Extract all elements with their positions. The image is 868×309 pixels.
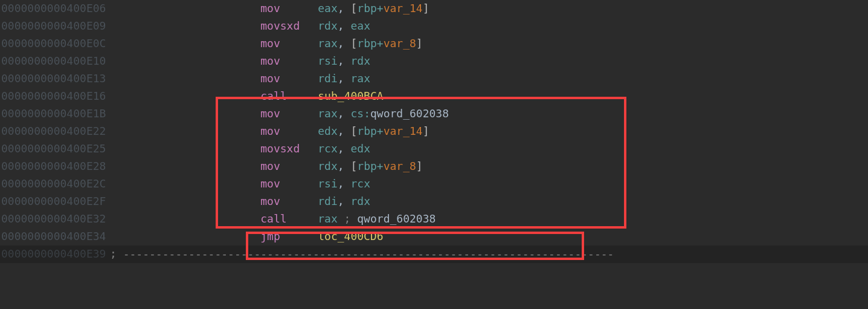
operand-token: var_8 [384, 35, 416, 53]
address: 0000000000400E34 [1, 228, 110, 246]
mnemonic: mov [260, 158, 318, 175]
operand-token: sub_400BCA [318, 88, 383, 105]
asm-line[interactable]: 0000000000400E2F movrdi, rdx [0, 193, 868, 210]
operand-token: qword_602038 [357, 210, 436, 228]
operand-token: , [338, 53, 351, 70]
operand-token: + [377, 158, 384, 175]
indent [110, 158, 260, 175]
mnemonic: mov [260, 105, 318, 123]
asm-line[interactable]: 0000000000400E16 callsub_400BCA [0, 88, 868, 105]
asm-line[interactable]: 0000000000400E0C movrax, [rbp+var_8] [0, 35, 868, 53]
mnemonic: mov [260, 53, 318, 70]
operand-token: rbp [357, 123, 377, 140]
asm-line[interactable]: 0000000000400E25 movsxdrcx, edx [0, 140, 868, 158]
address: 0000000000400E1B [1, 105, 110, 123]
address: 0000000000400E2C [1, 175, 110, 193]
mnemonic: movsxd [260, 140, 318, 158]
indent [110, 18, 260, 35]
address: 0000000000400E13 [1, 70, 110, 88]
asm-line[interactable]: 0000000000400E06 moveax, [rbp+var_14] [0, 0, 868, 18]
operand-token: rbp [357, 0, 377, 18]
address: 0000000000400E09 [1, 18, 110, 35]
indent [110, 210, 260, 228]
operand-token: , [338, 140, 351, 158]
asm-line[interactable]: 0000000000400E34 jmploc_400CD6 [0, 228, 868, 246]
operand-token: , [338, 35, 351, 53]
operand-token: edx [350, 140, 370, 158]
operand-token: rdx [350, 193, 370, 210]
mnemonic: mov [260, 175, 318, 193]
operand-token: rbp [357, 158, 377, 175]
operand-token: rsi [318, 53, 338, 70]
indent [110, 53, 260, 70]
mnemonic: call [260, 210, 318, 228]
asm-line[interactable]: 0000000000400E28 movrdx, [rbp+var_8] [0, 158, 868, 175]
operand-token: qword_602038 [370, 105, 449, 123]
operand-token: rax [318, 210, 338, 228]
disassembly-view[interactable]: 0000000000400E06 moveax, [rbp+var_14]000… [0, 0, 868, 263]
address: 0000000000400E32 [1, 210, 110, 228]
indent [110, 35, 260, 53]
mnemonic: mov [260, 193, 318, 210]
operand-token: rbp [357, 35, 377, 53]
operand-token: rdx [318, 158, 338, 175]
operand-token: ] [416, 35, 423, 53]
address: 0000000000400E2F [1, 193, 110, 210]
asm-line[interactable]: 0000000000400E2C movrsi, rcx [0, 175, 868, 193]
address: 0000000000400E06 [1, 0, 110, 18]
indent [110, 70, 260, 88]
operand-token: rdi [318, 70, 338, 88]
operand-token: rcx [318, 140, 338, 158]
operand-token: eax [350, 18, 370, 35]
operand-token: ; [338, 210, 358, 228]
operand-token: [ [350, 123, 357, 140]
asm-line[interactable]: 0000000000400E1B movrax, cs:qword_602038 [0, 105, 868, 123]
mnemonic: mov [260, 70, 318, 88]
asm-line[interactable]: 0000000000400E09 movsxdrdx, eax [0, 18, 868, 35]
mnemonic: jmp [260, 228, 318, 246]
operand-token: rdx [318, 18, 338, 35]
operand-token: : [364, 105, 370, 123]
operand-token: var_8 [384, 158, 416, 175]
operand-token: , [338, 0, 351, 18]
operand-token: [ [350, 158, 357, 175]
operand-token: ] [416, 158, 423, 175]
operand-token: ] [423, 0, 429, 18]
operand-token: edx [318, 123, 338, 140]
indent [110, 175, 260, 193]
operand-token: + [377, 35, 384, 53]
asm-line[interactable]: 0000000000400E10 movrsi, rdx [0, 53, 868, 70]
operand-token: rdi [318, 193, 338, 210]
indent [110, 228, 260, 246]
indent [110, 88, 260, 105]
mnemonic: movsxd [260, 18, 318, 35]
indent [110, 140, 260, 158]
separator-line: 0000000000400E39; ----------------------… [0, 246, 868, 263]
address: 0000000000400E0C [1, 35, 110, 53]
indent [110, 123, 260, 140]
operand-token: rax [318, 35, 338, 53]
operand-token: [ [350, 0, 357, 18]
operand-token: , [338, 18, 351, 35]
address: 0000000000400E22 [1, 123, 110, 140]
operand-token: ] [423, 123, 429, 140]
asm-line[interactable]: 0000000000400E32 callrax ; qword_602038 [0, 210, 868, 228]
operand-token: loc_400CD6 [318, 228, 383, 246]
asm-line[interactable]: 0000000000400E22 movedx, [rbp+var_14] [0, 123, 868, 140]
operand-token: , [338, 193, 351, 210]
operand-token: var_14 [384, 123, 423, 140]
operand-token: , [338, 175, 351, 193]
address: 0000000000400E10 [1, 53, 110, 70]
operand-token: + [377, 123, 384, 140]
operand-token: rax [318, 105, 338, 123]
operand-token: rcx [350, 175, 370, 193]
operand-token: var_14 [384, 0, 423, 18]
asm-line[interactable]: 0000000000400E13 movrdi, rax [0, 70, 868, 88]
operand-token: rax [350, 70, 370, 88]
indent [110, 193, 260, 210]
operand-token: , [338, 123, 351, 140]
indent [110, 105, 260, 123]
operand-token: rsi [318, 175, 338, 193]
address: 0000000000400E25 [1, 140, 110, 158]
operand-token: , [338, 70, 351, 88]
